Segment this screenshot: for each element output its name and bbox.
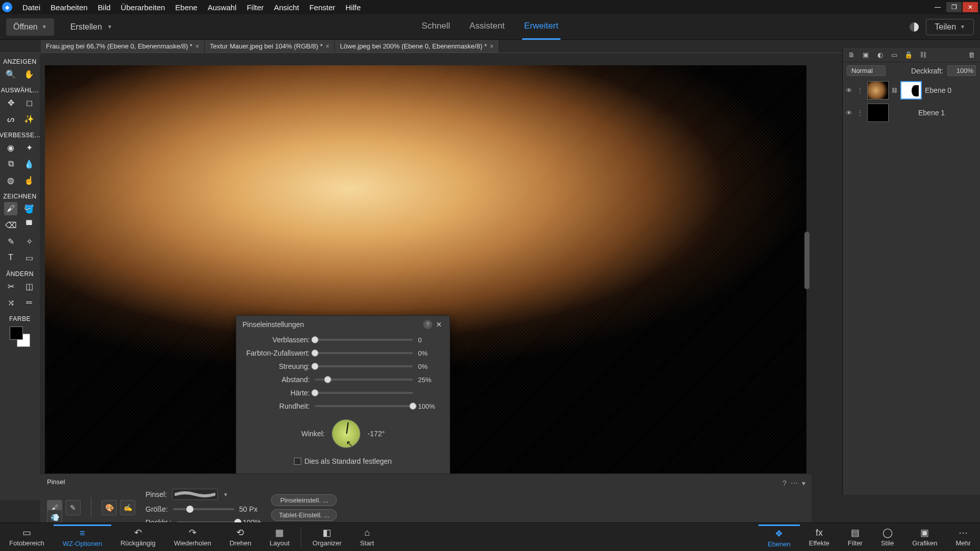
rundheit-slider[interactable] — [315, 405, 413, 407]
move-tool[interactable]: ✥ — [4, 96, 17, 109]
haerte-slider[interactable] — [315, 392, 413, 394]
layer-name[interactable]: Ebene 1 — [918, 109, 945, 117]
doc-tab-1[interactable]: Textur Mauer.jpeg bei 104% (RGB/8) * × — [205, 40, 335, 53]
foreground-color[interactable] — [10, 327, 23, 340]
menu-bearbeiten[interactable]: Bearbeiten — [45, 1, 93, 14]
menu-filter[interactable]: Filter — [241, 1, 268, 14]
abstand-slider[interactable] — [315, 379, 413, 381]
tb-effekte[interactable]: fxEffekte — [800, 524, 839, 550]
brush-settings-button[interactable]: Pinseleinstell. ... — [271, 494, 337, 506]
link-layers-icon[interactable]: ⛓ — [918, 51, 927, 60]
scrollbar-thumb[interactable] — [804, 232, 810, 289]
tb-stile[interactable]: ◯Stile — [872, 524, 903, 550]
color-swatch[interactable] — [10, 327, 30, 347]
delete-layer-icon[interactable]: 🗑 — [967, 51, 976, 60]
recompose-tool[interactable]: ◫ — [22, 280, 36, 293]
winkel-value[interactable]: -172° — [368, 430, 385, 438]
pencil-tool[interactable]: ✎ — [4, 235, 17, 248]
streuung-value[interactable]: 0% — [418, 363, 443, 370]
verblassen-value[interactable]: 0 — [418, 336, 443, 344]
vertical-scrollbar[interactable] — [803, 162, 811, 393]
custom-shape-tool[interactable]: ▭ — [22, 251, 36, 264]
tb-layout[interactable]: ▦Layout — [260, 525, 299, 549]
help-icon[interactable]: ? — [423, 320, 432, 329]
eraser-tool[interactable]: ⌫ — [4, 218, 17, 232]
zoom-tool[interactable]: 🔍 — [4, 67, 17, 81]
menu-auswahl[interactable]: Auswahl — [203, 1, 242, 14]
share-button[interactable]: Teilen ▼ — [926, 19, 974, 35]
adjustment-layer-icon[interactable]: ◐ — [875, 51, 885, 60]
size-slider[interactable] — [173, 508, 234, 510]
tb-organizer[interactable]: ◧Organizer — [303, 525, 351, 549]
marquee-tool[interactable]: ◻ — [22, 96, 36, 109]
verblassen-slider[interactable] — [315, 339, 413, 341]
link-icon[interactable]: ⋮ — [857, 109, 864, 116]
doc-tab-0[interactable]: Frau.jpeg bei 66,7% (Ebene 0, Ebenenmask… — [41, 40, 205, 53]
brush-tool[interactable]: 🖌 — [4, 202, 17, 215]
sponge-tool[interactable]: ◍ — [4, 173, 17, 187]
brush-mode-color-icon[interactable]: 🎨 — [102, 500, 117, 515]
mode-assistent[interactable]: Assistent — [468, 14, 507, 40]
window-maximize-button[interactable]: ❐ — [946, 2, 962, 12]
text-tool[interactable]: T — [4, 251, 17, 264]
close-icon[interactable]: × — [490, 43, 494, 50]
crop-tool[interactable]: ✂ — [4, 280, 17, 293]
magic-wand-tool[interactable]: ✨ — [22, 112, 36, 126]
straighten-tool[interactable]: ═ — [22, 296, 36, 309]
close-icon[interactable]: × — [195, 43, 199, 50]
layer-thumbnail[interactable] — [867, 81, 889, 99]
brush-mode-impression-icon[interactable]: ✎ — [65, 500, 81, 515]
angle-control[interactable]: ↖ — [332, 419, 360, 448]
mode-erweitert[interactable]: Erweitert — [522, 14, 560, 40]
layer-mask-thumbnail[interactable] — [900, 81, 922, 99]
new-layer-icon[interactable]: 🗎 — [847, 51, 856, 60]
content-move-tool[interactable]: ⤭ — [4, 296, 17, 309]
tablet-settings-button[interactable]: Tablet-Einstell. ... — [271, 509, 337, 521]
paint-bucket-tool[interactable]: 🪣 — [22, 202, 36, 215]
smudge-tool[interactable]: ☝ — [22, 173, 36, 187]
menu-bild[interactable]: Bild — [93, 1, 116, 14]
chevron-down-icon[interactable]: ▼ — [223, 492, 228, 497]
streuung-slider[interactable] — [315, 365, 413, 367]
rundheit-value[interactable]: 100% — [418, 403, 443, 410]
redeye-tool[interactable]: ◉ — [4, 141, 17, 154]
clone-tool[interactable]: ⧉ — [4, 157, 17, 170]
blur-tool[interactable]: 💧 — [22, 157, 36, 170]
abstand-value[interactable]: 25% — [418, 376, 443, 384]
farbton-value[interactable]: 0% — [418, 349, 443, 357]
create-button[interactable]: Erstellen ▼ — [61, 18, 121, 36]
tb-start[interactable]: ⌂Start — [351, 525, 383, 549]
tb-wz-optionen[interactable]: ≡WZ-Optionen — [54, 524, 111, 549]
tb-rueckgaengig[interactable]: ↶Rückgängig — [111, 525, 165, 549]
layer-group-icon[interactable]: ▣ — [861, 51, 870, 60]
layer-name[interactable]: Ebene 0 — [925, 86, 951, 94]
window-minimize-button[interactable]: — — [930, 2, 945, 12]
mask-link-icon[interactable]: ⛓ — [892, 87, 897, 93]
collapse-icon[interactable]: ▾ — [802, 479, 805, 487]
tb-grafiken[interactable]: ▣Grafiken — [903, 524, 946, 550]
gradient-tool[interactable]: ▀ — [22, 218, 36, 232]
shape-tool[interactable]: ✧ — [22, 235, 36, 248]
menu-ueberarbeiten[interactable]: Überarbeiten — [116, 1, 170, 14]
brush-preset-picker[interactable] — [172, 489, 218, 500]
lasso-tool[interactable]: ᔕ — [4, 112, 17, 126]
help-icon[interactable]: ? — [782, 479, 787, 487]
menu-ebene[interactable]: Ebene — [170, 1, 202, 14]
farbton-slider[interactable] — [315, 352, 413, 354]
doc-tab-2[interactable]: Löwe.jpeg bei 200% (Ebene 0, Ebenenmaske… — [335, 40, 499, 53]
tb-mehr[interactable]: ⋯Mehr — [946, 524, 980, 550]
layer-opacity-input[interactable]: 100% — [947, 65, 976, 76]
hand-tool[interactable]: ✋ — [22, 67, 36, 81]
more-icon[interactable]: ⋯ — [791, 479, 798, 487]
theme-toggle[interactable] — [910, 22, 919, 32]
brush-mode-detail-icon[interactable]: ✍ — [120, 500, 135, 515]
visibility-icon[interactable]: 👁 — [846, 87, 854, 94]
menu-datei[interactable]: Datei — [17, 1, 45, 14]
close-icon[interactable]: ✕ — [434, 320, 444, 329]
size-value[interactable]: 50 Px — [239, 505, 258, 513]
tb-ebenen[interactable]: ❖Ebenen — [758, 524, 800, 550]
menu-fenster[interactable]: Fenster — [304, 1, 340, 14]
menu-hilfe[interactable]: Hilfe — [340, 1, 366, 14]
layer-row-0[interactable]: 👁 ⋮ ⛓ Ebene 0 — [843, 79, 980, 102]
tb-filter[interactable]: ▤Filter — [839, 524, 872, 550]
